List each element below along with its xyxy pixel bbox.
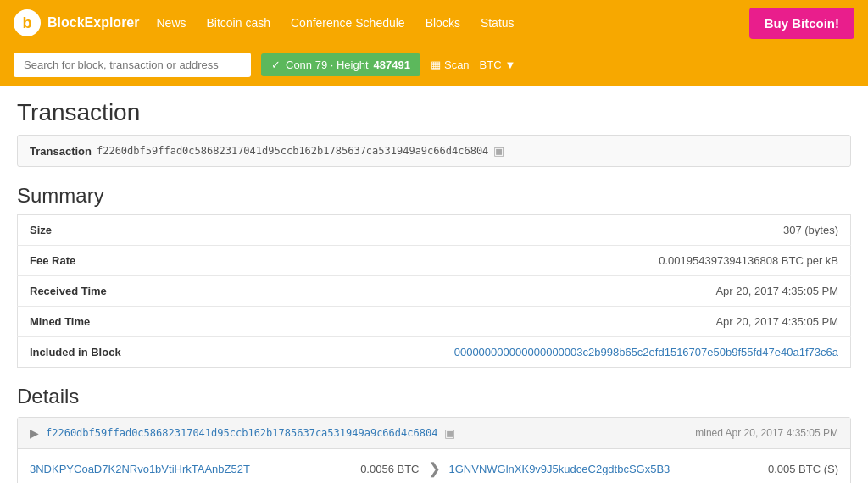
copy-icon[interactable]: ▣ (493, 144, 504, 158)
size-label: Size (18, 215, 170, 246)
search-input[interactable] (14, 53, 251, 77)
transaction-hash: f2260dbf59ffad0c58682317041d95ccb162b178… (97, 145, 488, 157)
nav-item-news[interactable]: News (156, 16, 186, 30)
scan-button[interactable]: ▦ Scan (431, 58, 470, 71)
transaction-box: Transaction f2260dbf59ffad0c58682317041d… (17, 135, 851, 167)
input-side: 3NDKPYCoaD7K2NRvo1bVtiHrkTAAnbZ52T 0.005… (30, 463, 420, 475)
header: b BlockExplorer News Bitcoin cash Confer… (0, 0, 868, 46)
nav-item-blocks[interactable]: Blocks (426, 16, 460, 30)
details-header-left: ▶ f2260dbf59ffad0c58682317041d95ccb162b1… (30, 426, 455, 440)
input-amount: 0.0056 BTC (360, 463, 419, 475)
table-row: Included in Block 000000000000000000003c… (18, 337, 851, 368)
table-row: Received Time Apr 20, 2017 4:35:05 PM (18, 276, 851, 307)
table-row: Fee Rate 0.001954397394136808 BTC per kB (18, 246, 851, 276)
page-title: Transaction (17, 99, 851, 126)
logo-area: b BlockExplorer (14, 9, 139, 36)
play-icon: ▶ (30, 426, 39, 440)
details-io-row: 3NDKPYCoaD7K2NRvo1bVtiHrkTAAnbZ52T 0.005… (18, 449, 850, 483)
arrow-right-icon: ❯ (428, 459, 441, 478)
fee-rate-value: 0.001954397394136808 BTC per kB (170, 246, 851, 276)
toolbar: ✓ Conn 79 · Height 487491 ▦ Scan BTC ▼ (0, 46, 868, 86)
summary-table: Size 307 (bytes) Fee Rate 0.001954397394… (17, 214, 851, 368)
details-header: ▶ f2260dbf59ffad0c58682317041d95ccb162b1… (18, 418, 850, 449)
nav-item-status[interactable]: Status (481, 16, 515, 30)
details-title: Details (17, 385, 851, 408)
details-box: ▶ f2260dbf59ffad0c58682317041d95ccb162b1… (17, 417, 851, 483)
mined-time-label: Mined Time (18, 307, 170, 337)
details-mined-time: mined Apr 20, 2017 4:35:05 PM (695, 427, 838, 439)
nav-item-conference-schedule[interactable]: Conference Schedule (291, 16, 405, 30)
chevron-down-icon: ▼ (505, 58, 516, 71)
output-address-link[interactable]: 1GNVNWGlnXK9v9J5kudceC2gdtbcSGx5B3 (449, 463, 670, 475)
output-side: 1GNVNWGlnXK9v9J5kudceC2gdtbcSGx5B3 0.005… (449, 463, 839, 475)
logo-icon: b (14, 9, 41, 36)
btc-dropdown-button[interactable]: BTC ▼ (480, 58, 516, 71)
input-address-link[interactable]: 3NDKPYCoaD7K2NRvo1bVtiHrkTAAnbZ52T (30, 463, 250, 475)
conn-label: Conn 79 · Height (286, 58, 369, 71)
connection-badge: ✓ Conn 79 · Height 487491 (261, 53, 420, 76)
scan-icon: ▦ (431, 58, 441, 71)
height-value: 487491 (374, 58, 410, 71)
logo-text: BlockExplorer (47, 15, 139, 31)
transaction-label: Transaction (30, 145, 92, 158)
received-time-label: Received Time (18, 276, 170, 307)
scan-label: Scan (444, 58, 470, 71)
details-copy-icon[interactable]: ▣ (444, 426, 455, 440)
block-link[interactable]: 000000000000000000003c2b998b65c2efd15167… (454, 346, 838, 358)
nav-item-bitcoin-cash[interactable]: Bitcoin cash (207, 16, 270, 30)
table-row: Size 307 (bytes) (18, 215, 851, 246)
details-tx-hash-link[interactable]: f2260dbf59ffad0c58682317041d95ccb162b178… (46, 427, 437, 439)
summary-title: Summary (17, 184, 851, 208)
main-content: Transaction Transaction f2260dbf59ffad0c… (0, 86, 868, 483)
main-nav: News Bitcoin cash Conference Schedule Bl… (156, 16, 748, 30)
buy-bitcoin-button[interactable]: Buy Bitcoin! (749, 8, 854, 39)
size-value: 307 (bytes) (170, 215, 851, 246)
table-row: Mined Time Apr 20, 2017 4:35:05 PM (18, 307, 851, 337)
output-amount: 0.005 BTC (S) (768, 463, 838, 475)
btc-label: BTC (480, 58, 502, 71)
check-icon: ✓ (271, 58, 281, 71)
included-block-value: 000000000000000000003c2b998b65c2efd15167… (170, 337, 851, 368)
included-block-label: Included in Block (18, 337, 170, 368)
mined-time-value: Apr 20, 2017 4:35:05 PM (170, 307, 851, 337)
received-time-value: Apr 20, 2017 4:35:05 PM (170, 276, 851, 307)
fee-rate-label: Fee Rate (18, 246, 170, 276)
